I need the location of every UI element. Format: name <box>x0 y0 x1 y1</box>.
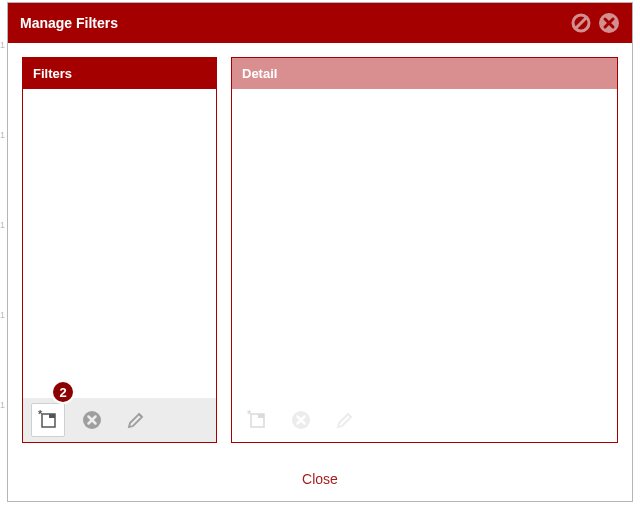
edit-filter-button[interactable] <box>119 403 153 437</box>
step-badge: 2 <box>51 380 75 404</box>
svg-rect-13 <box>258 414 264 418</box>
prohibit-icon[interactable] <box>570 12 592 34</box>
dialog-content: Filters * <box>8 43 632 457</box>
dialog-footer: Close <box>8 457 632 501</box>
detail-panel-header: Detail <box>232 58 617 89</box>
filters-list <box>23 89 216 398</box>
filters-toolbar: * <box>23 398 216 442</box>
background-artifact: 11111 <box>0 0 7 450</box>
delete-detail-button <box>284 403 318 437</box>
svg-line-1 <box>576 18 586 28</box>
dialog-title: Manage Filters <box>20 15 564 31</box>
detail-body <box>232 89 617 398</box>
close-button[interactable]: Close <box>302 471 338 487</box>
delete-filter-button[interactable] <box>75 403 109 437</box>
edit-detail-button <box>328 403 362 437</box>
dialog-titlebar: Manage Filters <box>8 3 632 43</box>
filters-panel-header: Filters <box>23 58 216 89</box>
new-filter-button[interactable]: * <box>31 403 65 437</box>
detail-panel: Detail * <box>231 57 618 443</box>
manage-filters-dialog: Manage Filters Filters * <box>7 2 633 502</box>
close-icon[interactable] <box>598 12 620 34</box>
filters-panel: Filters * <box>22 57 217 443</box>
svg-rect-7 <box>49 414 55 418</box>
detail-toolbar: * <box>232 398 617 442</box>
new-detail-button: * <box>240 403 274 437</box>
